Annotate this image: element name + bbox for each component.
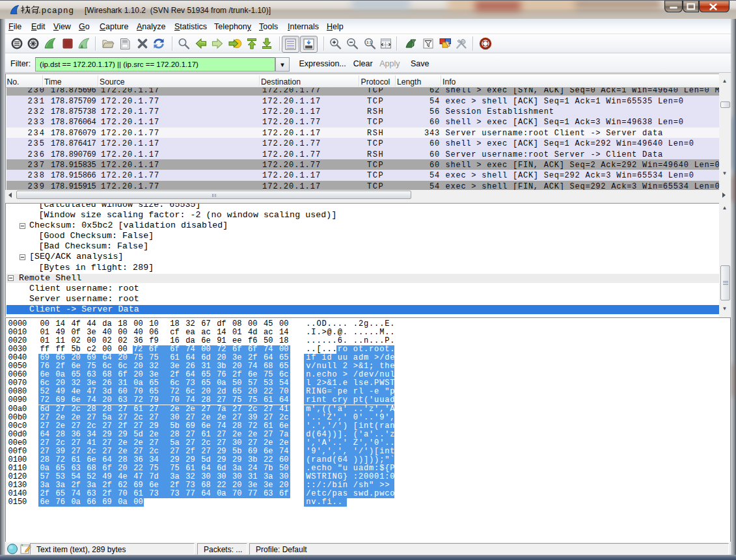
svg-text:1:1: 1:1 <box>366 40 372 44</box>
